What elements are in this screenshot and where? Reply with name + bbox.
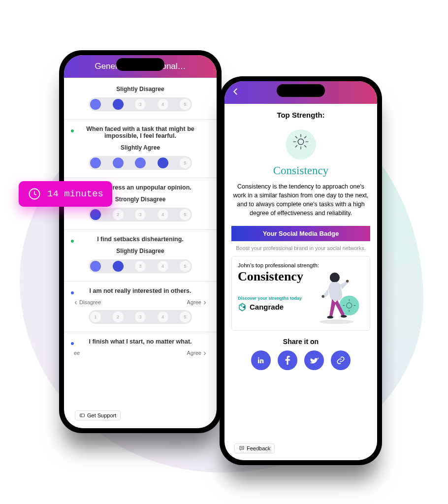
status-dot: [71, 342, 74, 345]
question-2: When faced with a task that might be imp…: [64, 120, 217, 178]
twitter-icon: [310, 356, 319, 364]
phone-report: Your eport Top Strength: Consistency Con…: [220, 76, 382, 465]
svg-line-9: [295, 146, 297, 147]
svg-point-20: [341, 315, 347, 317]
notch: [116, 58, 164, 71]
svg-rect-23: [258, 359, 259, 363]
svg-rect-1: [80, 414, 85, 417]
question-4: I find setbacks disheartening. Slightly …: [64, 230, 217, 282]
back-button[interactable]: [231, 87, 240, 98]
svg-point-11: [320, 319, 354, 324]
person-illustration: [314, 271, 366, 325]
badge-subtext: Boost your professional brand in your so…: [231, 245, 370, 251]
time-badge-text: 14 minutes: [47, 189, 103, 199]
question-text: I finish what I start, no matter what.: [71, 338, 210, 345]
status-dot: [71, 291, 74, 294]
strength-title: Consistency: [231, 164, 370, 177]
badge-card: John's top professional strength: Consis…: [231, 256, 370, 331]
share-facebook-button[interactable]: [278, 350, 297, 370]
link-icon: [336, 356, 345, 365]
sun-icon: [291, 132, 311, 152]
support-label: Get Support: [87, 412, 116, 418]
chat-icon: [239, 445, 245, 451]
agree-label: Agree: [187, 350, 207, 356]
svg-line-8: [305, 146, 306, 147]
share-link-button[interactable]: [331, 350, 351, 370]
report-content: Top Strength: Consistency Consistency is…: [224, 104, 377, 460]
question-text: I am not really interested in others.: [71, 287, 210, 294]
answer-label: Slightly Agree: [71, 144, 210, 151]
slider-2[interactable]: 5: [89, 156, 192, 170]
linkedin-icon: [257, 356, 265, 364]
share-twitter-button[interactable]: [304, 350, 324, 370]
survey-content: Slightly Disagree 3 4 5 When faced wi: [64, 78, 217, 428]
badge-line1: John's top professional strength:: [238, 262, 364, 268]
share-buttons: [231, 350, 370, 370]
clock-icon: [28, 187, 41, 201]
arrow-left-icon: [231, 87, 240, 96]
notch: [277, 84, 325, 97]
svg-point-2: [298, 139, 304, 145]
time-badge: 14 minutes: [19, 181, 112, 207]
answer-label: Slightly Disagree: [71, 248, 210, 254]
cangrade-logo-icon: [238, 303, 247, 312]
phone-survey: General M… Personal… Slightly Disagree 3…: [59, 50, 222, 433]
badge-header: Your Social Media Badge: [231, 226, 370, 241]
question-text: I find setbacks disheartening.: [71, 236, 210, 243]
get-support-button[interactable]: Get Support: [75, 410, 121, 420]
slider-3[interactable]: 2 3 4 5: [89, 208, 192, 221]
slider-5[interactable]: 1 2 3 4 5: [89, 310, 192, 324]
svg-point-19: [327, 315, 333, 318]
top-strength-label: Top Strength:: [231, 111, 370, 119]
question-text: When faced with a task that might be imp…: [71, 126, 210, 139]
question-6: I finish what I start, no matter what. e…: [64, 332, 217, 364]
question-1: Slightly Disagree 3 4 5: [64, 78, 217, 120]
strength-description: Consistency is the tendency to approach …: [231, 182, 370, 218]
slider-4[interactable]: 3 4 5: [89, 259, 192, 273]
svg-line-7: [295, 136, 297, 138]
svg-point-21: [321, 295, 324, 298]
answer-label: Slightly Disagree: [71, 86, 210, 93]
feedback-button[interactable]: Feedback: [234, 443, 275, 453]
svg-line-10: [305, 136, 306, 138]
slider-1[interactable]: 3 4 5: [89, 97, 192, 111]
agree-label: Agree: [187, 299, 207, 305]
disagree-label: Disagree: [74, 299, 101, 305]
share-linkedin-button[interactable]: [251, 350, 271, 370]
svg-point-27: [242, 448, 243, 448]
facebook-icon: [285, 356, 290, 365]
disagree-label: ee: [74, 350, 80, 356]
share-title: Share it on: [231, 338, 370, 346]
svg-point-24: [258, 357, 259, 359]
ticket-icon: [79, 412, 85, 418]
svg-point-22: [346, 280, 349, 283]
strength-icon-bg: [283, 124, 319, 159]
scale-labels: Disagree Agree: [71, 299, 210, 305]
svg-point-18: [330, 272, 340, 282]
feedback-label: Feedback: [247, 445, 270, 451]
question-5: I am not really interested in others. Di…: [64, 282, 217, 332]
status-dot: [71, 129, 74, 132]
status-dot: [71, 240, 74, 243]
svg-point-26: [242, 448, 242, 448]
svg-point-25: [241, 448, 241, 448]
scale-labels: ee Agree: [71, 350, 210, 356]
